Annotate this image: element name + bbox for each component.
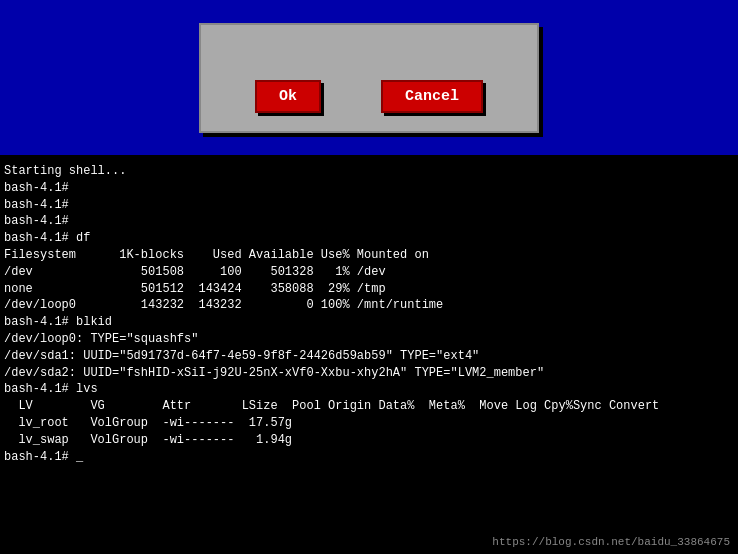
terminal-line: lv_root VolGroup -wi------- 17.57g <box>4 415 734 432</box>
terminal-line: bash-4.1# lvs <box>4 381 734 398</box>
terminal-line: bash-4.1# blkid <box>4 314 734 331</box>
terminal-line: Starting shell... <box>4 163 734 180</box>
terminal-line: /dev/sda1: UUID="5d91737d-64f7-4e59-9f8f… <box>4 348 734 365</box>
terminal-line: lv_swap VolGroup -wi------- 1.94g <box>4 432 734 449</box>
terminal-line: none 501512 143424 358088 29% /tmp <box>4 281 734 298</box>
dialog-box: Ok Cancel <box>199 23 539 133</box>
terminal-line: bash-4.1# df <box>4 230 734 247</box>
terminal-line: /dev/sda2: UUID="fshHID-xSiI-j92U-25nX-x… <box>4 365 734 382</box>
terminal-line: bash-4.1# <box>4 213 734 230</box>
cancel-button[interactable]: Cancel <box>381 80 483 113</box>
terminal-area: Starting shell...bash-4.1#bash-4.1#bash-… <box>0 155 738 554</box>
terminal-line: Filesystem 1K-blocks Used Available Use%… <box>4 247 734 264</box>
terminal-line: bash-4.1# _ <box>4 449 734 466</box>
terminal-line: bash-4.1# <box>4 197 734 214</box>
dialog-area: Ok Cancel <box>0 0 738 155</box>
ok-button[interactable]: Ok <box>255 80 321 113</box>
terminal-line: bash-4.1# <box>4 180 734 197</box>
terminal-line: /dev/loop0 143232 143232 0 100% /mnt/run… <box>4 297 734 314</box>
watermark-text: https://blog.csdn.net/baidu_33864675 <box>492 536 730 548</box>
terminal-line: LV VG Attr LSize Pool Origin Data% Meta%… <box>4 398 734 415</box>
terminal-line: /dev/loop0: TYPE="squashfs" <box>4 331 734 348</box>
terminal-line: /dev 501508 100 501328 1% /dev <box>4 264 734 281</box>
